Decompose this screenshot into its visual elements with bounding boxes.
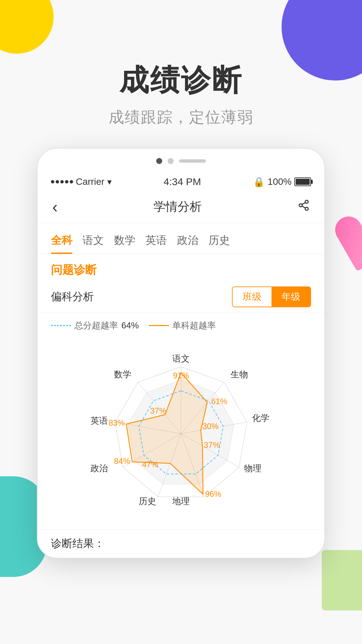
deco-green-shape	[322, 550, 362, 610]
label-chemistry: 化学	[252, 413, 269, 423]
tab-all[interactable]: 全科	[51, 230, 72, 254]
analysis-label: 偏科分析	[51, 289, 94, 304]
share-icon[interactable]	[298, 199, 310, 214]
dot-1	[156, 158, 162, 164]
radar-chart: 语文 91% 生物 61% 化学 30% 物理 37% 地理 96% 历史	[54, 345, 308, 519]
radar-chart-container: 语文 91% 生物 61% 化学 30% 物理 37% 地理 96% 历史	[38, 338, 324, 529]
label-english: 英语	[90, 416, 108, 426]
subtitle: 成绩跟踪，定位薄弱	[13, 107, 349, 128]
carrier-label: Carrier	[76, 176, 105, 187]
battery-pct: 100%	[267, 176, 292, 187]
signal-dot-1	[51, 180, 54, 183]
legend-solid-line	[149, 325, 169, 326]
pct-geography: 96%	[205, 489, 221, 498]
label-physics: 物理	[244, 463, 261, 473]
header-section: 成绩诊断 成绩跟踪，定位薄弱	[0, 0, 362, 148]
section-title: 问题诊断	[38, 254, 324, 283]
battery-icon	[294, 177, 311, 186]
nav-bar: ‹ 学情分析	[38, 191, 324, 223]
status-right: 🔒 100%	[253, 176, 311, 187]
pct-english: 83%	[109, 418, 125, 427]
svg-point-1	[299, 204, 302, 207]
legend-total: 总分超越率 64%	[51, 320, 139, 331]
tab-chinese[interactable]: 语文	[82, 230, 104, 254]
result-label: 诊断结果：	[51, 537, 105, 549]
svg-line-4	[302, 203, 305, 205]
pct-chemistry: 30%	[202, 422, 219, 431]
pct-physics: 37%	[204, 440, 220, 449]
label-biology: 生物	[231, 369, 248, 379]
pct-math: 37%	[150, 406, 166, 415]
pct-biology: 61%	[211, 397, 227, 406]
label-history: 历史	[139, 496, 156, 506]
back-button[interactable]: ‹	[52, 198, 58, 216]
label-politics: 政治	[90, 463, 108, 473]
toggle-grade[interactable]: 年级	[272, 287, 310, 307]
status-bar: Carrier ▾ 4:34 PM 🔒 100%	[38, 171, 324, 191]
legend-total-pct: 64%	[121, 320, 139, 331]
pct-history: 47%	[142, 460, 158, 469]
label-geography: 地理	[172, 496, 190, 506]
signal-dot-5	[70, 180, 73, 183]
legend-single-label: 单科超越率	[172, 320, 216, 331]
dot-line	[179, 159, 206, 163]
tab-english[interactable]: 英语	[145, 230, 167, 254]
signal-dot-2	[56, 180, 59, 183]
status-left: Carrier ▾	[51, 176, 112, 187]
svg-point-0	[305, 200, 308, 203]
dot-2	[168, 158, 174, 164]
svg-point-2	[305, 207, 308, 210]
svg-line-3	[302, 206, 305, 208]
phone-mockup: Carrier ▾ 4:34 PM 🔒 100% ‹ 学情分析	[37, 148, 325, 558]
nav-title: 学情分析	[154, 199, 202, 215]
status-time: 4:34 PM	[164, 176, 201, 187]
label-math: 数学	[114, 369, 131, 379]
phone-wrapper: Carrier ▾ 4:34 PM 🔒 100% ‹ 学情分析	[0, 148, 362, 558]
signal-dots	[51, 180, 73, 183]
pagination-dots	[38, 149, 324, 171]
result-section: 诊断结果：	[38, 529, 324, 558]
label-chinese: 语文	[172, 354, 190, 364]
main-title: 成绩诊断	[13, 60, 349, 100]
pct-politics: 84%	[114, 457, 130, 466]
toggle-class[interactable]: 班级	[233, 287, 272, 307]
tab-politics[interactable]: 政治	[177, 230, 198, 254]
analysis-header: 偏科分析 班级 年级	[38, 283, 324, 313]
pct-chinese: 91%	[173, 371, 189, 380]
tab-math[interactable]: 数学	[114, 230, 135, 254]
subject-tabs: 全科 语文 数学 英语 政治 历史	[38, 223, 324, 254]
tab-history[interactable]: 历史	[208, 230, 230, 254]
wifi-icon: ▾	[107, 177, 112, 187]
legend: 总分超越率 64% 单科超越率	[38, 313, 324, 338]
legend-dashed-line	[51, 325, 71, 326]
signal-dot-4	[65, 180, 68, 183]
legend-single: 单科超越率	[149, 320, 216, 331]
lock-icon: 🔒	[253, 176, 265, 187]
toggle-group: 班级 年级	[232, 286, 311, 307]
legend-total-label: 总分超越率	[74, 320, 118, 331]
signal-dot-3	[60, 180, 64, 183]
